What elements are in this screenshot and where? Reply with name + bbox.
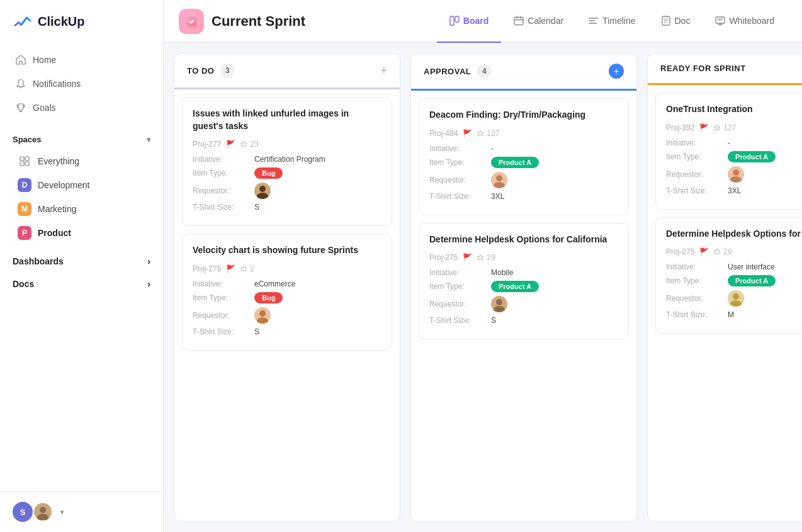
timeline-tab-icon (589, 16, 599, 26)
initiative-label: Initiative: (193, 155, 249, 164)
stars-value-a1: 127 (487, 129, 499, 138)
tshirt-value-r2: M (728, 310, 734, 319)
itemtype-badge: Bug (254, 167, 283, 179)
flag-icon: 🚩 (226, 140, 235, 149)
requestor-avatar-a2 (491, 296, 507, 312)
flag-green-icon: 🚩 (463, 129, 472, 138)
svg-rect-6 (186, 16, 196, 26)
card-a1-field-requestor: Requestor: (429, 172, 618, 188)
sidebar-nav: Home Notifications Goals (0, 43, 163, 125)
sidebar-item-marketing[interactable]: M Marketing (5, 197, 158, 221)
itemtype-label: Item Type: (193, 169, 249, 178)
card-r2-field-tshirt: T-Shirt Size: M (666, 310, 802, 319)
sprint-icon (179, 9, 204, 34)
sidebar-item-dashboards[interactable]: Dashboards › (0, 250, 163, 273)
sidebar-item-notifications[interactable]: Notifications (8, 72, 155, 96)
card2-field-initiative: Initiative: eCommerce (193, 280, 381, 288)
svg-point-22 (733, 293, 739, 300)
card-r1-field-requestor: Requestor: (666, 166, 802, 183)
proj-id-a1: Proj-484 (429, 129, 458, 138)
stars-value-2: 2 (250, 264, 254, 273)
notifications-label: Notifications (33, 79, 81, 89)
tshirt-value-a2: S (491, 316, 496, 325)
ready-title: READY FOR SPRINT (660, 64, 746, 73)
card-field-initiative: Initiative: Certification Program (193, 155, 381, 164)
tab-doc-label: Doc (675, 16, 691, 26)
sidebar-item-everything[interactable]: Everything (5, 149, 158, 173)
svg-point-17 (494, 182, 505, 188)
svg-point-21 (730, 176, 742, 183)
card-approval-1: Deacom Finding: Dry/Trim/Packaging Proj-… (419, 98, 629, 215)
doc-tab-icon (661, 16, 671, 26)
spaces-chevron-icon[interactable]: ▾ (147, 135, 150, 144)
tshirt-value-a1: 3XL (491, 192, 504, 201)
svg-point-18 (496, 299, 502, 305)
clickup-logo-icon (13, 11, 33, 31)
card-a2-field-itemtype: Item Type: Product A (429, 281, 618, 292)
tab-board[interactable]: Board (437, 0, 501, 43)
card-approval-2: Determine Helpdesk Options for Californi… (419, 223, 629, 340)
card-field-tshirt: T-Shirt Size: S (193, 203, 381, 212)
requestor-avatar-r2 (728, 290, 744, 307)
sidebar-item-docs[interactable]: Docs › (0, 273, 163, 295)
tab-calendar[interactable]: Calendar (501, 0, 576, 43)
itemtype-badge-a2: Product A (491, 281, 539, 292)
card-todo-2-title: Velocity chart is showing future Sprints (193, 244, 381, 257)
card-todo-1-title: Issues with linked unfurled images in gu… (193, 108, 381, 132)
requestor-avatar-2 (254, 307, 271, 324)
svg-rect-2 (20, 162, 24, 166)
dashboards-arrow-icon: › (147, 256, 150, 266)
initiative-value-r1: - (728, 139, 730, 147)
sidebar-item-home[interactable]: Home (8, 48, 155, 72)
column-todo-header: TO DO 3 + (174, 54, 400, 89)
column-todo: TO DO 3 + Issues with linked unfurled im… (174, 53, 400, 522)
stars-value-r1: 127 (723, 123, 736, 132)
spaces-label: Spaces (13, 135, 42, 144)
itemtype-badge-a1: Product A (491, 157, 539, 168)
sidebar: ClickUp Home Notifications Goals Spaces … (0, 0, 164, 532)
card-ready-2: Determine Helpdesk Options for Californi… (655, 217, 802, 334)
ready-cards: OneTrust Integration Proj-392 🚩 127 Init… (648, 85, 802, 521)
card-todo-2-proj: Proj-275 🚩 2 (193, 264, 381, 273)
initiative-value-r2: User interface (728, 263, 775, 271)
sidebar-item-product[interactable]: P Product (5, 221, 158, 245)
card-field-itemtype: Item Type: Bug (193, 167, 381, 179)
flag-icon-cyan: 🚩 (226, 264, 235, 273)
star-count-a1: 127 (477, 129, 499, 138)
proj-id: Proj-277 (193, 140, 221, 149)
approval-cards: Deacom Finding: Dry/Trim/Packaging Proj-… (411, 91, 636, 521)
proj-id-2: Proj-275 (193, 264, 221, 273)
trophy-icon (15, 102, 26, 113)
tab-timeline[interactable]: Timeline (576, 0, 648, 43)
card-todo-2: Velocity chart is showing future Sprints… (182, 234, 392, 351)
approval-add-button[interactable]: + (609, 64, 624, 79)
sidebar-item-development[interactable]: D Development (5, 173, 158, 197)
star-count-r2: 29 (713, 247, 731, 256)
tab-whiteboard[interactable]: Whiteboard (703, 0, 787, 43)
initiative-value-a1: - (491, 144, 494, 153)
user-avatar-photo (33, 502, 53, 522)
requestor-avatar-r1 (728, 166, 744, 183)
requestor-avatar (254, 183, 271, 199)
sidebar-item-goals[interactable]: Goals (8, 96, 155, 120)
card-a2-field-requestor: Requestor: (429, 296, 618, 312)
tab-doc[interactable]: Doc (648, 0, 703, 43)
whiteboard-tab-icon (715, 16, 725, 26)
card-r2-field-initiative: Initiative: User interface (666, 263, 802, 271)
flag-cyan3-icon: 🚩 (699, 247, 708, 256)
todo-add-button[interactable]: + (380, 64, 387, 77)
footer-chevron-icon[interactable]: ▾ (60, 508, 64, 516)
card-r1-field-initiative: Initiative: - (666, 139, 802, 147)
star-count: 23 (240, 140, 258, 149)
proj-id-r2: Proj-275 (666, 247, 694, 256)
card-r2-field-requestor: Requestor: (666, 290, 802, 307)
card-r2-field-itemtype: Item Type: Product A (666, 275, 802, 286)
docs-arrow-icon: › (147, 279, 150, 289)
card-todo-1-proj: Proj-277 🚩 23 (193, 140, 381, 149)
user-avatar-initial: S (13, 502, 33, 522)
logo: ClickUp (0, 0, 163, 43)
card2-field-itemtype: Item Type: Bug (193, 292, 381, 303)
page-title: Current Sprint (212, 13, 305, 30)
card-ready-1-title: OneTrust Integration (666, 103, 802, 116)
card-ready-2-proj: Proj-275 🚩 29 (666, 247, 802, 256)
